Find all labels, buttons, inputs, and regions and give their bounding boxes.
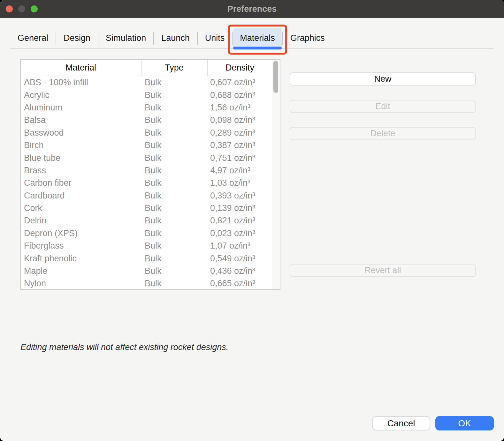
cell-material: Brass (21, 166, 141, 176)
cell-density: 0,688 oz/in³ (208, 90, 272, 100)
cell-density: 0,393 oz/in³ (208, 191, 272, 201)
cell-density: 1,56 oz/in³ (208, 103, 272, 113)
cell-material: Maple (21, 266, 141, 276)
cell-material: Birch (21, 140, 141, 150)
table-scrollbar-thumb[interactable] (273, 61, 278, 93)
cell-density: 4,97 oz/in³ (208, 166, 272, 176)
tab-launch[interactable]: Launch (154, 28, 197, 48)
table-row[interactable]: BirchBulk0,387 oz/in³ (21, 139, 272, 152)
title-bar: Preferences (0, 0, 504, 18)
table-row[interactable]: BalsaBulk0,098 oz/in³ (21, 114, 272, 126)
table-row[interactable]: FiberglassBulk1,07 oz/in³ (21, 240, 272, 252)
tab-label: Materials (240, 33, 275, 43)
table-row[interactable]: Blue tubeBulk0,751 oz/in³ (21, 152, 272, 164)
new-button[interactable]: New (290, 72, 476, 86)
materials-table-body: ABS - 100% infillBulk0,607 oz/in³Acrylic… (21, 76, 272, 289)
tab-materials[interactable]: Materials (233, 28, 282, 48)
cell-type: Bulk (141, 166, 208, 176)
cell-type: Bulk (141, 191, 208, 201)
cell-type: Bulk (141, 153, 208, 163)
tab-label: Simulation (106, 33, 146, 43)
cell-material: Acrylic (21, 90, 141, 100)
tab-label: Units (205, 33, 225, 43)
cell-type: Bulk (141, 228, 208, 238)
cell-density: 0,289 oz/in³ (208, 128, 272, 138)
cell-type: Bulk (141, 90, 208, 100)
delete-button[interactable]: Delete (290, 127, 476, 140)
tab-label: Graphics (290, 33, 325, 43)
table-row[interactable]: Depron (XPS)Bulk0,023 oz/in³ (21, 227, 272, 240)
tab-bar: GeneralDesignSimulationLaunchUnitsMateri… (10, 28, 494, 49)
cell-type: Bulk (141, 103, 208, 113)
table-row[interactable]: CardboardBulk0,393 oz/in³ (21, 190, 272, 202)
table-header: Material Type Density (21, 60, 280, 76)
tab-label: Launch (161, 33, 190, 43)
cell-density: 1,07 oz/in³ (208, 241, 272, 251)
cell-density: 0,751 oz/in³ (208, 153, 272, 163)
cell-density: 0,665 oz/in³ (208, 279, 272, 288)
cell-material: Carbon fiber (21, 178, 141, 188)
cell-material: Cork (21, 203, 141, 213)
cell-material: Delrin (21, 216, 141, 226)
cell-density: 1,03 oz/in³ (208, 178, 272, 188)
cell-density: 0,023 oz/in³ (208, 228, 272, 238)
cell-type: Bulk (141, 140, 208, 150)
table-row[interactable]: Carbon fiberBulk1,03 oz/in³ (21, 177, 272, 189)
table-row[interactable]: ABS - 100% infillBulk0,607 oz/in³ (21, 76, 272, 89)
ok-button[interactable]: OK (435, 416, 494, 430)
cell-material: Aluminum (21, 103, 141, 113)
cell-type: Bulk (141, 78, 208, 87)
tab-units[interactable]: Units (198, 28, 232, 48)
cancel-button[interactable]: Cancel (372, 416, 430, 430)
cell-type: Bulk (141, 178, 208, 188)
cell-type: Bulk (141, 241, 208, 251)
cell-density: 0,387 oz/in³ (208, 140, 272, 150)
table-row[interactable]: AcrylicBulk0,688 oz/in³ (21, 89, 272, 101)
cell-type: Bulk (141, 128, 208, 138)
tab-design[interactable]: Design (56, 28, 98, 48)
edit-button[interactable]: Edit (290, 100, 476, 113)
table-row[interactable]: DelrinBulk0,821 oz/in³ (21, 214, 272, 227)
cell-material: Basswood (21, 128, 141, 138)
tab-general[interactable]: General (10, 28, 56, 48)
table-row[interactable]: BrassBulk4,97 oz/in³ (21, 164, 272, 177)
table-row[interactable]: BasswoodBulk0,289 oz/in³ (21, 127, 272, 139)
cell-density: 0,139 oz/in³ (208, 203, 272, 213)
cell-type: Bulk (141, 254, 208, 264)
cell-density: 0,436 oz/in³ (208, 266, 272, 276)
window-title: Preferences (0, 0, 504, 18)
table-scrollbar-track[interactable] (272, 60, 280, 289)
tab-simulation[interactable]: Simulation (98, 28, 153, 48)
materials-table: Material Type Density ABS - 100% infillB… (20, 59, 280, 290)
cell-type: Bulk (141, 216, 208, 226)
cell-material: ABS - 100% infill (21, 78, 141, 87)
column-header-density[interactable]: Density (208, 60, 272, 76)
cell-type: Bulk (141, 115, 208, 125)
tab-graphics[interactable]: Graphics (283, 28, 332, 48)
cell-type: Bulk (141, 279, 208, 288)
cell-material: Depron (XPS) (21, 228, 141, 238)
column-header-material[interactable]: Material (21, 60, 141, 76)
cell-material: Kraft phenolic (21, 254, 141, 264)
cell-type: Bulk (141, 203, 208, 213)
revert-all-button[interactable]: Revert all (290, 264, 476, 277)
table-row[interactable]: CorkBulk0,139 oz/in³ (21, 202, 272, 214)
active-tab-underline (233, 47, 282, 49)
table-row[interactable]: AluminumBulk1,56 oz/in³ (21, 101, 272, 114)
table-row[interactable]: MapleBulk0,436 oz/in³ (21, 265, 272, 277)
materials-note: Editing materials will not affect existi… (20, 342, 228, 352)
cell-density: 0,607 oz/in³ (208, 78, 272, 87)
preferences-window: Preferences GeneralDesignSimulationLaunc… (0, 0, 504, 441)
table-row[interactable]: Kraft phenolicBulk0,549 oz/in³ (21, 252, 272, 265)
cell-type: Bulk (141, 266, 208, 276)
cell-material: Cardboard (21, 191, 141, 201)
cell-material: Blue tube (21, 153, 141, 163)
column-header-type[interactable]: Type (141, 60, 208, 76)
table-row[interactable]: NylonBulk0,665 oz/in³ (21, 277, 272, 290)
cell-density: 0,098 oz/in³ (208, 115, 272, 125)
tab-label: Design (64, 33, 90, 43)
cell-density: 0,821 oz/in³ (208, 216, 272, 226)
cell-material: Balsa (21, 115, 141, 125)
cell-material: Nylon (21, 279, 141, 288)
cell-material: Fiberglass (21, 241, 141, 251)
